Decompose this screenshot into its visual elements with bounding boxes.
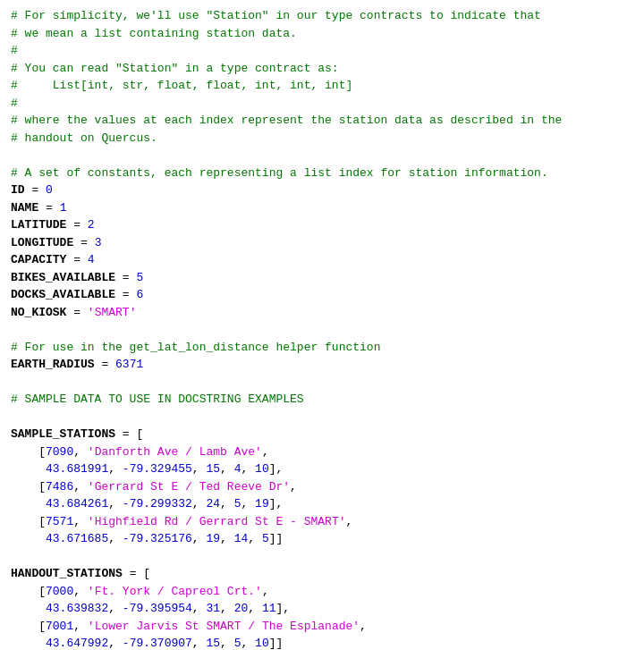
code-line: EARTH_RADIUS = 6371 bbox=[11, 356, 633, 374]
code-line: # A set of constants, each representing … bbox=[11, 165, 633, 182]
code-line: LONGITUDE = 3 bbox=[11, 234, 633, 252]
code-line: BIKES_AVAILABLE = 5 bbox=[11, 269, 633, 287]
code-line bbox=[11, 548, 633, 566]
code-line: DOCKS_AVAILABLE = 6 bbox=[11, 286, 633, 304]
code-line: HANDOUT_STATIONS = [ bbox=[11, 565, 633, 583]
code-line: 43.684261, -79.299332, 24, 5, 19], bbox=[11, 495, 633, 513]
code-line: [7486, 'Gerrard St E / Ted Reeve Dr', bbox=[11, 478, 633, 496]
code-line bbox=[11, 321, 633, 339]
code-line bbox=[11, 374, 633, 392]
code-line bbox=[11, 409, 633, 426]
code-line: SAMPLE_STATIONS = [ bbox=[11, 426, 633, 443]
code-line: # You can read "Station" in a type contr… bbox=[11, 60, 633, 78]
code-line: ID = 0 bbox=[11, 181, 633, 199]
code-line: 43.681991, -79.329455, 15, 4, 10], bbox=[11, 460, 633, 478]
code-line bbox=[11, 147, 633, 165]
code-line: # where the values at each index represe… bbox=[11, 112, 633, 130]
code-editor: # For simplicity, we'll use "Station" in… bbox=[11, 7, 633, 650]
code-line: # bbox=[11, 42, 633, 60]
code-line: [7090, 'Danforth Ave / Lamb Ave', bbox=[11, 443, 633, 461]
code-line: # bbox=[11, 95, 633, 113]
code-line: # For simplicity, we'll use "Station" in… bbox=[11, 7, 633, 25]
code-line: [7001, 'Lower Jarvis St SMART / The Espl… bbox=[11, 618, 633, 636]
code-line: # List[int, str, float, float, int, int,… bbox=[11, 77, 633, 95]
code-line: 43.647992, -79.370907, 15, 5, 10]] bbox=[11, 635, 633, 650]
code-line: # For use in the get_lat_lon_distance he… bbox=[11, 339, 633, 357]
code-line: NO_KIOSK = 'SMART' bbox=[11, 304, 633, 322]
code-line: # handout on Quercus. bbox=[11, 130, 633, 148]
code-line: 43.671685, -79.325176, 19, 14, 5]] bbox=[11, 530, 633, 548]
code-line: NAME = 1 bbox=[11, 199, 633, 217]
code-line: [7571, 'Highfield Rd / Gerrard St E - SM… bbox=[11, 513, 633, 531]
code-line: CAPACITY = 4 bbox=[11, 251, 633, 269]
code-line: 43.639832, -79.395954, 31, 20, 11], bbox=[11, 600, 633, 618]
code-line: LATITUDE = 2 bbox=[11, 216, 633, 234]
code-line: # we mean a list containing station data… bbox=[11, 25, 633, 43]
code-line: # SAMPLE DATA TO USE IN DOCSTRING EXAMPL… bbox=[11, 391, 633, 409]
code-line: [7000, 'Ft. York / Capreol Crt.', bbox=[11, 583, 633, 601]
